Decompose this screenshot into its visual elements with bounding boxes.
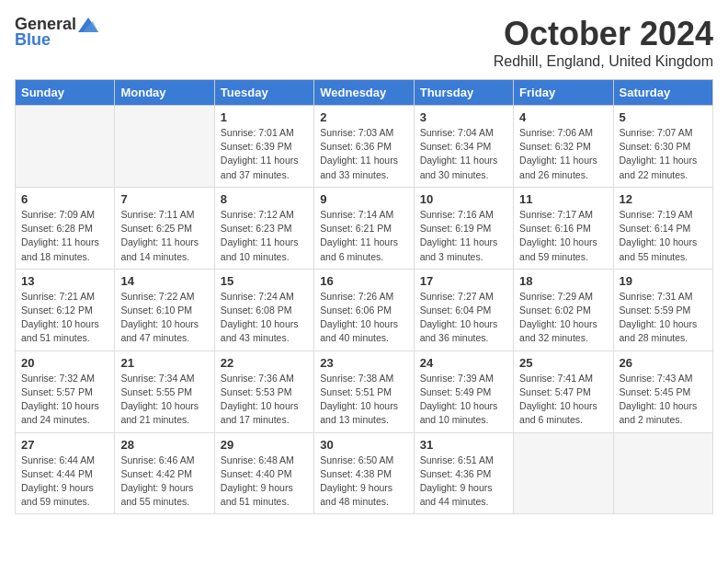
day-info: Sunrise: 7:06 AMSunset: 6:32 PMDaylight:… bbox=[519, 126, 607, 182]
day-number: 21 bbox=[120, 356, 208, 370]
cell-w2-d3: 8Sunrise: 7:12 AMSunset: 6:23 PMDaylight… bbox=[214, 187, 313, 269]
day-info: Sunrise: 6:46 AMSunset: 4:42 PMDaylight:… bbox=[120, 454, 208, 510]
cell-w3-d5: 17Sunrise: 7:27 AMSunset: 6:04 PMDayligh… bbox=[414, 269, 513, 350]
day-info: Sunrise: 7:22 AMSunset: 6:10 PMDaylight:… bbox=[120, 290, 208, 346]
day-number: 29 bbox=[221, 438, 308, 452]
day-number: 6 bbox=[21, 192, 108, 206]
location-title: Redhill, England, United Kingdom bbox=[494, 53, 713, 70]
day-info: Sunrise: 7:03 AMSunset: 6:36 PMDaylight:… bbox=[320, 126, 407, 182]
day-number: 30 bbox=[320, 438, 407, 452]
day-info: Sunrise: 7:31 AMSunset: 5:59 PMDaylight:… bbox=[620, 290, 707, 346]
day-number: 14 bbox=[120, 274, 208, 288]
cell-w5-d1: 27Sunrise: 6:44 AMSunset: 4:44 PMDayligh… bbox=[16, 432, 115, 514]
day-info: Sunrise: 7:04 AMSunset: 6:34 PMDaylight:… bbox=[420, 126, 507, 182]
calendar-table: Sunday Monday Tuesday Wednesday Thursday… bbox=[15, 79, 713, 514]
cell-w5-d7 bbox=[613, 432, 712, 514]
day-info: Sunrise: 7:39 AMSunset: 5:49 PMDaylight:… bbox=[420, 372, 507, 428]
day-number: 3 bbox=[420, 110, 507, 124]
col-tuesday: Tuesday bbox=[214, 80, 313, 106]
logo-icon bbox=[78, 17, 98, 32]
day-number: 10 bbox=[420, 192, 507, 206]
col-friday: Friday bbox=[514, 80, 613, 106]
day-number: 8 bbox=[221, 192, 308, 206]
logo: General Blue bbox=[15, 15, 98, 50]
day-number: 26 bbox=[620, 356, 707, 370]
day-info: Sunrise: 6:51 AMSunset: 4:36 PMDaylight:… bbox=[420, 454, 507, 510]
day-info: Sunrise: 7:16 AMSunset: 6:19 PMDaylight:… bbox=[420, 208, 507, 264]
cell-w5-d4: 30Sunrise: 6:50 AMSunset: 4:38 PMDayligh… bbox=[314, 432, 414, 514]
day-number: 19 bbox=[620, 274, 707, 288]
cell-w4-d2: 21Sunrise: 7:34 AMSunset: 5:55 PMDayligh… bbox=[115, 350, 214, 432]
day-info: Sunrise: 7:12 AMSunset: 6:23 PMDaylight:… bbox=[221, 208, 308, 264]
day-number: 9 bbox=[320, 192, 407, 206]
day-number: 7 bbox=[120, 192, 208, 206]
day-info: Sunrise: 7:27 AMSunset: 6:04 PMDaylight:… bbox=[420, 290, 507, 346]
cell-w2-d4: 9Sunrise: 7:14 AMSunset: 6:21 PMDaylight… bbox=[314, 187, 414, 269]
week-row-2: 6Sunrise: 7:09 AMSunset: 6:28 PMDaylight… bbox=[16, 187, 713, 269]
day-number: 12 bbox=[620, 192, 707, 206]
day-number: 11 bbox=[519, 192, 607, 206]
day-number: 16 bbox=[320, 274, 407, 288]
header: General Blue October 2024 Redhill, Engla… bbox=[15, 15, 713, 70]
cell-w4-d3: 22Sunrise: 7:36 AMSunset: 5:53 PMDayligh… bbox=[214, 350, 313, 432]
day-info: Sunrise: 7:43 AMSunset: 5:45 PMDaylight:… bbox=[620, 372, 707, 428]
day-info: Sunrise: 7:09 AMSunset: 6:28 PMDaylight:… bbox=[21, 208, 108, 264]
cell-w5-d2: 28Sunrise: 6:46 AMSunset: 4:42 PMDayligh… bbox=[115, 432, 214, 514]
day-info: Sunrise: 7:01 AMSunset: 6:39 PMDaylight:… bbox=[221, 126, 308, 182]
cell-w1-d2 bbox=[115, 106, 214, 188]
day-number: 18 bbox=[519, 274, 607, 288]
day-number: 5 bbox=[620, 110, 707, 124]
day-info: Sunrise: 6:50 AMSunset: 4:38 PMDaylight:… bbox=[320, 454, 407, 510]
day-number: 4 bbox=[519, 110, 607, 124]
cell-w1-d3: 1Sunrise: 7:01 AMSunset: 6:39 PMDaylight… bbox=[214, 106, 313, 188]
cell-w2-d5: 10Sunrise: 7:16 AMSunset: 6:19 PMDayligh… bbox=[414, 187, 513, 269]
day-info: Sunrise: 7:38 AMSunset: 5:51 PMDaylight:… bbox=[320, 372, 407, 428]
day-info: Sunrise: 7:11 AMSunset: 6:25 PMDaylight:… bbox=[120, 208, 208, 264]
cell-w1-d4: 2Sunrise: 7:03 AMSunset: 6:36 PMDaylight… bbox=[314, 106, 414, 188]
cell-w2-d2: 7Sunrise: 7:11 AMSunset: 6:25 PMDaylight… bbox=[115, 187, 214, 269]
day-number: 22 bbox=[221, 356, 308, 370]
week-row-4: 20Sunrise: 7:32 AMSunset: 5:57 PMDayligh… bbox=[16, 350, 713, 432]
day-number: 15 bbox=[221, 274, 308, 288]
cell-w1-d1 bbox=[16, 106, 115, 188]
cell-w3-d7: 19Sunrise: 7:31 AMSunset: 5:59 PMDayligh… bbox=[613, 269, 712, 350]
cell-w4-d6: 25Sunrise: 7:41 AMSunset: 5:47 PMDayligh… bbox=[514, 350, 613, 432]
day-info: Sunrise: 7:21 AMSunset: 6:12 PMDaylight:… bbox=[21, 290, 108, 346]
cell-w5-d6 bbox=[514, 432, 613, 514]
cell-w2-d6: 11Sunrise: 7:17 AMSunset: 6:16 PMDayligh… bbox=[514, 187, 613, 269]
day-info: Sunrise: 7:26 AMSunset: 6:06 PMDaylight:… bbox=[320, 290, 407, 346]
week-row-3: 13Sunrise: 7:21 AMSunset: 6:12 PMDayligh… bbox=[16, 269, 713, 350]
day-info: Sunrise: 6:48 AMSunset: 4:40 PMDaylight:… bbox=[221, 454, 308, 510]
cell-w3-d3: 15Sunrise: 7:24 AMSunset: 6:08 PMDayligh… bbox=[214, 269, 313, 350]
cell-w2-d7: 12Sunrise: 7:19 AMSunset: 6:14 PMDayligh… bbox=[613, 187, 712, 269]
cell-w3-d6: 18Sunrise: 7:29 AMSunset: 6:02 PMDayligh… bbox=[514, 269, 613, 350]
header-row: Sunday Monday Tuesday Wednesday Thursday… bbox=[16, 80, 713, 106]
col-saturday: Saturday bbox=[613, 80, 712, 106]
day-info: Sunrise: 7:36 AMSunset: 5:53 PMDaylight:… bbox=[221, 372, 308, 428]
day-number: 27 bbox=[21, 438, 108, 452]
cell-w2-d1: 6Sunrise: 7:09 AMSunset: 6:28 PMDaylight… bbox=[16, 187, 115, 269]
day-number: 28 bbox=[120, 438, 208, 452]
day-info: Sunrise: 7:34 AMSunset: 5:55 PMDaylight:… bbox=[120, 372, 208, 428]
day-info: Sunrise: 7:24 AMSunset: 6:08 PMDaylight:… bbox=[221, 290, 308, 346]
day-info: Sunrise: 6:44 AMSunset: 4:44 PMDaylight:… bbox=[21, 454, 108, 510]
day-number: 24 bbox=[420, 356, 507, 370]
col-wednesday: Wednesday bbox=[314, 80, 414, 106]
cell-w1-d7: 5Sunrise: 7:07 AMSunset: 6:30 PMDaylight… bbox=[613, 106, 712, 188]
day-number: 17 bbox=[420, 274, 507, 288]
title-area: October 2024 Redhill, England, United Ki… bbox=[494, 15, 713, 70]
day-number: 1 bbox=[221, 110, 308, 124]
cell-w4-d5: 24Sunrise: 7:39 AMSunset: 5:49 PMDayligh… bbox=[414, 350, 513, 432]
day-number: 23 bbox=[320, 356, 407, 370]
month-title: October 2024 bbox=[494, 15, 713, 53]
col-sunday: Sunday bbox=[16, 80, 115, 106]
cell-w4-d4: 23Sunrise: 7:38 AMSunset: 5:51 PMDayligh… bbox=[314, 350, 414, 432]
col-monday: Monday bbox=[115, 80, 214, 106]
day-info: Sunrise: 7:41 AMSunset: 5:47 PMDaylight:… bbox=[519, 372, 607, 428]
cell-w5-d5: 31Sunrise: 6:51 AMSunset: 4:36 PMDayligh… bbox=[414, 432, 513, 514]
cell-w4-d1: 20Sunrise: 7:32 AMSunset: 5:57 PMDayligh… bbox=[16, 350, 115, 432]
week-row-1: 1Sunrise: 7:01 AMSunset: 6:39 PMDaylight… bbox=[16, 106, 713, 188]
day-info: Sunrise: 7:19 AMSunset: 6:14 PMDaylight:… bbox=[620, 208, 707, 264]
day-number: 13 bbox=[21, 274, 108, 288]
day-number: 25 bbox=[519, 356, 607, 370]
